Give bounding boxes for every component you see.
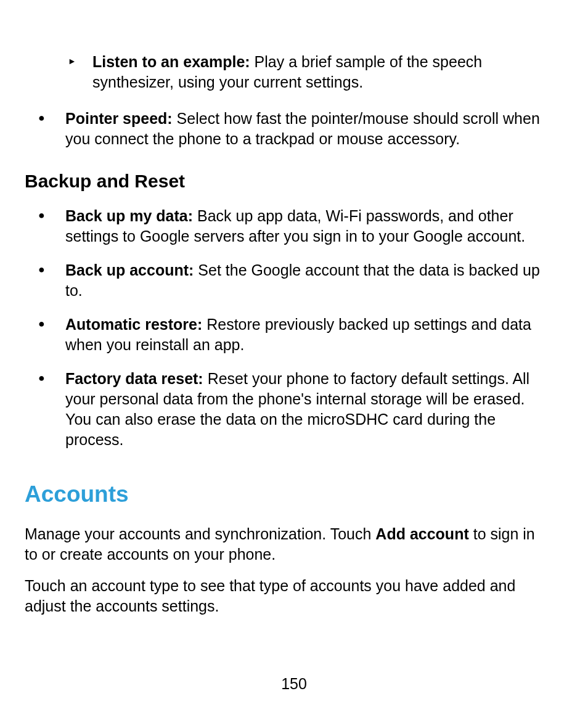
bullet-marker: ● [38, 108, 65, 149]
accounts-paragraph-1: Manage your accounts and synchronization… [25, 524, 550, 565]
page-content: ► Listen to an example: Play a brief sam… [25, 52, 550, 616]
bullet-marker: ● [38, 369, 65, 450]
bullet-marker: ● [38, 260, 65, 301]
page-number: 150 [0, 675, 588, 693]
bullet-marker: ● [38, 314, 65, 355]
bullet-factory-reset: ● Factory data reset: Reset your phone t… [25, 369, 550, 450]
para1-pre: Manage your accounts and synchronization… [25, 525, 375, 542]
bullet-label: Pointer speed: [65, 110, 173, 127]
bullet-marker: ● [38, 206, 65, 247]
bullet-text: Back up my data: Back up app data, Wi-Fi… [65, 206, 550, 247]
bullet-automatic-restore: ● Automatic restore: Restore previously … [25, 314, 550, 355]
bullet-backup-account: ● Back up account: Set the Google accoun… [25, 260, 550, 301]
bullet-label: Factory data reset: [65, 370, 203, 387]
bullet-text: Back up account: Set the Google account … [65, 260, 550, 301]
bullet-backup-data: ● Back up my data: Back up app data, Wi-… [25, 206, 550, 247]
bullet-label: Back up my data: [65, 207, 193, 224]
sub-bullet-marker: ► [68, 52, 92, 92]
heading-accounts: Accounts [25, 480, 550, 510]
sub-bullet-listen-example: ► Listen to an example: Play a brief sam… [25, 52, 550, 92]
sub-bullet-label: Listen to an example: [92, 53, 250, 70]
bullet-text: Automatic restore: Restore previously ba… [65, 314, 550, 355]
bullet-text: Pointer speed: Select how fast the point… [65, 108, 550, 149]
sub-bullet-text: Listen to an example: Play a brief sampl… [92, 52, 550, 92]
para1-bold: Add account [375, 525, 468, 542]
bullet-pointer-speed: ● Pointer speed: Select how fast the poi… [25, 108, 550, 149]
document-page: ► Listen to an example: Play a brief sam… [0, 0, 588, 720]
bullet-label: Back up account: [65, 261, 194, 279]
bullet-label: Automatic restore: [65, 316, 202, 333]
heading-backup-reset: Backup and Reset [25, 169, 550, 194]
accounts-paragraph-2: Touch an account type to see that type o… [25, 576, 550, 616]
bullet-text: Factory data reset: Reset your phone to … [65, 369, 550, 450]
